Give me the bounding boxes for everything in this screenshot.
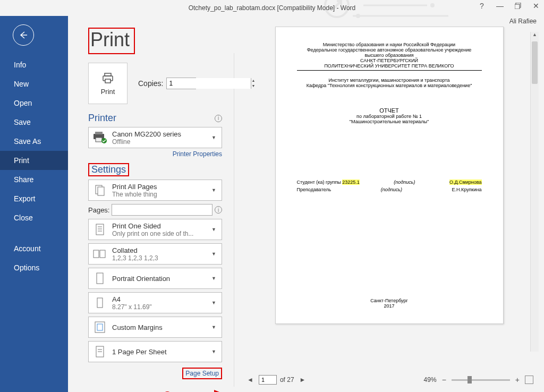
one-sided-icon (92, 221, 108, 237)
svg-rect-19 (100, 250, 105, 258)
chevron-down-icon: ▼ (209, 300, 218, 305)
chevron-down-icon: ▼ (209, 251, 218, 257)
print-preview-column: Министерство образования и науки Российс… (234, 16, 544, 392)
svg-marker-29 (214, 390, 230, 392)
sidebar-item-print[interactable]: Print (0, 151, 68, 170)
printer-device-icon (92, 130, 108, 146)
pages-per-sheet-selector[interactable]: 1 Page Per Sheet ▼ (88, 341, 222, 362)
scroll-up-icon[interactable]: ▲ (531, 32, 539, 40)
printer-status: Offline (112, 138, 209, 146)
next-page-button[interactable]: ► (298, 376, 308, 384)
printer-info-icon[interactable]: i (215, 115, 222, 122)
copies-spinner[interactable]: ▲▼ (166, 78, 196, 89)
pages-label: Pages: (88, 206, 109, 214)
print-settings-column: Print Print Copies: ▲▼ Printer i (68, 16, 234, 392)
page-setup-link[interactable]: Page Setup (182, 368, 222, 379)
print-button-label: Print (101, 88, 115, 96)
sidebar-item-save[interactable]: Save (0, 113, 68, 132)
printer-properties-link[interactable]: Printer Properties (88, 150, 222, 158)
chevron-down-icon: ▼ (209, 135, 218, 140)
svg-rect-22 (95, 322, 105, 333)
collated-icon (92, 246, 108, 262)
svg-rect-10 (96, 138, 102, 142)
print-range-selector[interactable]: Print All Pages The whole thing ▼ (88, 180, 222, 201)
preview-scrollbar[interactable]: ▲ (530, 32, 539, 352)
paper-size-selector[interactable]: A4 8.27" x 11.69" ▼ (88, 292, 222, 313)
zoom-fit-button[interactable] (525, 376, 533, 384)
portrait-icon (92, 270, 108, 286)
sidebar-item-close[interactable]: Close (0, 208, 68, 227)
svg-rect-9 (95, 132, 103, 134)
page-preview: Министерство образования и науки Российс… (275, 27, 504, 324)
help-icon[interactable]: ? (478, 2, 486, 10)
sidebar-item-options[interactable]: Options (0, 258, 68, 277)
back-button[interactable] (13, 24, 34, 46)
settings-heading: Settings (88, 163, 129, 176)
margins-selector[interactable]: Custom Margins ▼ (88, 317, 222, 338)
restore-icon[interactable] (514, 2, 522, 10)
svg-rect-23 (97, 324, 103, 330)
zoom-in-button[interactable]: + (514, 376, 521, 384)
sidebar-item-account[interactable]: Account (0, 239, 68, 258)
copies-label: Copies: (138, 79, 163, 88)
sidebar-item-new[interactable]: New (0, 74, 68, 93)
backstage-sidebar: Info New Open Save Save As Print Share E… (0, 16, 68, 392)
printer-name: Canon MG2200 series (112, 130, 209, 138)
scroll-thumb[interactable] (532, 41, 538, 84)
chevron-down-icon: ▼ (209, 188, 218, 193)
printer-icon (101, 72, 114, 84)
minimize-icon[interactable]: — (496, 2, 504, 10)
svg-rect-1 (515, 4, 520, 9)
pages-icon (92, 182, 108, 198)
sidebar-item-share[interactable]: Share (0, 170, 68, 189)
printer-heading: Printer (88, 113, 116, 124)
sheet-icon (92, 344, 108, 360)
paper-icon (92, 295, 108, 311)
current-page-input[interactable] (259, 375, 277, 385)
page-title: Print (88, 28, 135, 54)
chevron-down-icon: ▼ (209, 349, 218, 354)
margins-icon (92, 319, 108, 335)
svg-rect-7 (105, 79, 110, 83)
sidebar-item-export[interactable]: Export (0, 189, 68, 208)
pages-info-icon[interactable]: i (215, 206, 222, 214)
prev-page-button[interactable]: ◄ (245, 376, 256, 384)
svg-rect-21 (97, 298, 103, 308)
close-icon[interactable]: ✕ (532, 2, 540, 10)
orientation-selector[interactable]: Portrait Orientation ▼ (88, 268, 222, 289)
sidebar-item-saveas[interactable]: Save As (0, 132, 68, 151)
chevron-down-icon: ▼ (209, 227, 218, 232)
svg-rect-20 (97, 273, 103, 284)
sidebar-item-info[interactable]: Info (0, 55, 68, 74)
sidebar-item-open[interactable]: Open (0, 93, 68, 113)
annotation-arrow-icon (161, 389, 235, 392)
svg-rect-14 (96, 224, 104, 235)
zoom-label: 49% (424, 376, 437, 384)
collate-selector[interactable]: Collated 1,2,3 1,2,3 1,2,3 ▼ (88, 243, 222, 265)
page-of-label: of 27 (280, 376, 294, 384)
sides-selector[interactable]: Print One Sided Only print on one side o… (88, 219, 222, 240)
window-title: Otchety_po_lab_rabotam.docx [Compatibili… (189, 4, 356, 12)
print-button[interactable]: Print (88, 63, 128, 104)
zoom-out-button[interactable]: − (441, 376, 447, 384)
titlebar: Otchety_po_lab_rabotam.docx [Compatibili… (0, 0, 544, 16)
zoom-slider[interactable] (452, 379, 510, 381)
preview-status-bar: ◄ of 27 ► 49% − + (240, 373, 539, 387)
svg-rect-13 (98, 187, 104, 195)
chevron-down-icon: ▼ (209, 325, 218, 330)
chevron-down-icon: ▼ (209, 276, 218, 281)
pages-input[interactable] (112, 204, 212, 216)
svg-rect-18 (94, 250, 99, 258)
printer-selector[interactable]: Canon MG2200 series Offline ▼ (88, 127, 222, 148)
